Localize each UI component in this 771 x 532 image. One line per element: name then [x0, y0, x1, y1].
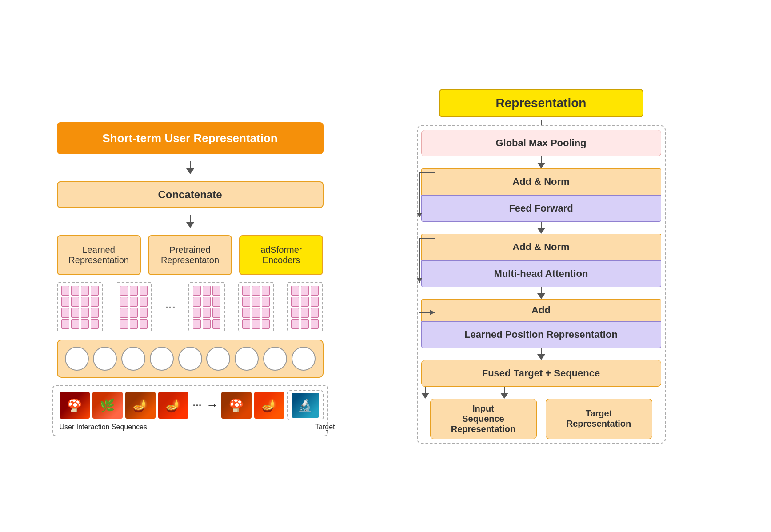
- target-rep-box: Target Representation: [546, 399, 652, 439]
- mushroom-icon-1: 🍄: [60, 392, 90, 419]
- skip-arrow-attn: [412, 234, 439, 287]
- emb-cell: [262, 286, 270, 296]
- learned-rep-box: Learned Representation: [57, 235, 141, 275]
- emb-cell: [81, 319, 89, 329]
- bottom-arrows: [421, 387, 661, 399]
- image-row-container: 🍄 🌿 🪔 🪔 ··· → 🍄 🪔: [52, 385, 328, 436]
- emb-cell: [301, 319, 309, 329]
- svg-marker-7: [430, 310, 435, 315]
- arrow-line: [541, 156, 542, 163]
- learned-rep-label: Learned Representation: [68, 245, 129, 265]
- short-term-rep-box: Short-term User Representation: [57, 122, 324, 154]
- arrow-line: [190, 161, 191, 168]
- emb-col: [130, 286, 138, 329]
- emb-cell: [140, 308, 148, 318]
- user-interaction-label: User Interaction Sequences: [60, 423, 147, 431]
- arrow-4: [537, 348, 545, 360]
- emb-cell: [61, 308, 69, 318]
- emb-cell: [130, 319, 138, 329]
- emb-cell: [130, 286, 138, 296]
- concatenate-label: Concatenate: [158, 188, 222, 201]
- adsformer-box: adSformer Encoders: [239, 235, 323, 275]
- emb-cell: [301, 297, 309, 307]
- left-panel: Short-term User Representation Concatena…: [48, 96, 332, 436]
- emb-col: [193, 286, 201, 329]
- emb-cell: [130, 308, 138, 318]
- emb-cell: [252, 319, 260, 329]
- emb-cell: [212, 286, 220, 296]
- emb-col: [81, 286, 89, 329]
- emb-cell: [71, 286, 79, 296]
- emb-col: [311, 286, 319, 329]
- emb-cell: [252, 297, 260, 307]
- arrow-head: [186, 222, 194, 228]
- emb-cell: [262, 319, 270, 329]
- emb-col: [120, 286, 128, 329]
- target-image-container: 🔬: [287, 390, 324, 420]
- emb-cell: [262, 308, 270, 318]
- emb-cell: [242, 308, 250, 318]
- embedding-row: ···: [57, 282, 324, 332]
- emb-cell: [71, 297, 79, 307]
- transformer-block-container: Global Max Pooling Add & Norm: [417, 125, 666, 444]
- circle-item: [235, 347, 259, 371]
- emb-group-2: [116, 282, 152, 332]
- add-norm-1-box: Add & Norm: [421, 168, 661, 195]
- emb-cell: [120, 308, 128, 318]
- svg-marker-2: [417, 213, 422, 217]
- emb-cell: [203, 286, 211, 296]
- sequence-arrow: →: [206, 398, 219, 412]
- arrow-2: [537, 222, 545, 234]
- arrow-head: [500, 393, 508, 399]
- circle-item: [292, 347, 316, 371]
- lamp-icon-2: 🪔: [158, 392, 188, 419]
- learned-pos-label: Learned Position Representation: [464, 329, 618, 340]
- image-labels: User Interaction Sequences Target: [60, 423, 335, 431]
- attn-stacked: Add & Norm Multi-head Attention: [421, 234, 661, 287]
- emb-cell: [61, 286, 69, 296]
- skip-arrow-add: [412, 299, 439, 326]
- representation-label: Representation: [496, 96, 587, 110]
- multi-head-label: Multi-head Attention: [494, 268, 588, 280]
- emb-cell: [193, 308, 201, 318]
- add-norm-2-label: Add & Norm: [512, 241, 569, 253]
- feed-forward-box: Feed Forward: [421, 195, 661, 222]
- learned-pos-box: Learned Position Representation: [421, 321, 661, 348]
- fused-target-box: Fused Target + Sequence: [421, 360, 661, 387]
- multi-head-box: Multi-head Attention: [421, 260, 661, 287]
- lamp-icon-1: 🪔: [125, 392, 156, 419]
- arrow-line: [541, 222, 542, 228]
- emb-cell: [130, 297, 138, 307]
- emb-col: [212, 286, 220, 329]
- product-image-3: 🪔: [125, 392, 156, 419]
- product-image-4: 🪔: [158, 392, 188, 419]
- fused-target-label: Fused Target + Sequence: [482, 368, 600, 379]
- skip-arrow-ff: [412, 168, 439, 222]
- emb-cell: [291, 297, 299, 307]
- representation-box: Representation: [439, 89, 643, 117]
- arrow-line: [541, 120, 542, 125]
- arrow-head: [537, 228, 545, 234]
- emb-cell: [203, 319, 211, 329]
- emb-group-5: [287, 282, 323, 332]
- emb-cell: [242, 297, 250, 307]
- emb-col: [61, 286, 69, 329]
- emb-cell: [212, 308, 220, 318]
- circle-item: [206, 347, 230, 371]
- arrow-short-to-concat: [186, 161, 194, 174]
- bottom-row: Input Sequence Representation Target Rep…: [421, 399, 661, 439]
- arrow-head: [537, 163, 545, 168]
- encoders-row: Learned Representation Pretrained Repres…: [57, 235, 324, 275]
- circle-item: [93, 347, 117, 371]
- circle-item: [263, 347, 287, 371]
- add-label: Add: [531, 304, 551, 316]
- emb-col: [262, 286, 270, 329]
- lamp-icon-3: 🪔: [254, 392, 284, 419]
- emb-cell: [203, 297, 211, 307]
- attn-block-wrapper: Add & Norm Multi-head Attention: [412, 234, 670, 287]
- emb-cell: [311, 297, 319, 307]
- emb-cell: [91, 297, 99, 307]
- arrow-line: [190, 215, 191, 222]
- add-norm-1-label: Add & Norm: [512, 176, 569, 188]
- arrow-rep-down: [541, 120, 542, 125]
